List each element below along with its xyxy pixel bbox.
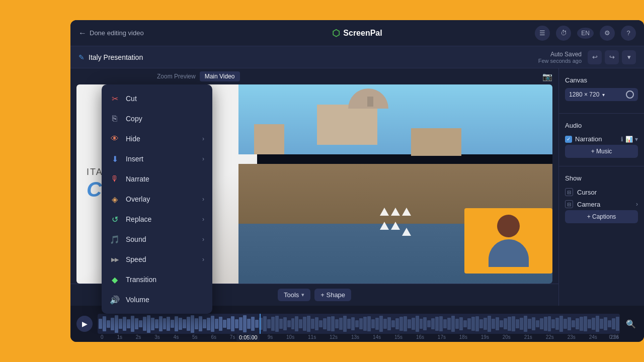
undo-button[interactable]: ↩: [588, 50, 602, 64]
timeline-end-marker: 0:26: [609, 334, 619, 340]
waveform: [98, 314, 620, 334]
waveform-bar: [227, 318, 230, 329]
sky-area: [238, 84, 552, 154]
timeline-marker: 4s: [174, 334, 179, 340]
waveform-bar: [375, 318, 379, 330]
waveform-bar: [243, 315, 247, 332]
narration-label: Narration: [575, 135, 602, 143]
tools-dropdown-icon: ▾: [301, 292, 304, 298]
waveform-bar: [103, 316, 106, 331]
info-icon[interactable]: ℹ: [621, 136, 623, 143]
menu-item-copy[interactable]: ⎘ Copy: [102, 109, 212, 129]
play-button[interactable]: ▶: [76, 316, 93, 332]
timeline-marker: 11s: [308, 334, 316, 340]
menu-item-sound[interactable]: 🎵 Sound ›: [102, 229, 212, 249]
timeline-marker: 13s: [351, 334, 359, 340]
waveform-bar: [423, 317, 427, 330]
volume-icon: 🔊: [110, 295, 120, 305]
waveform-bar: [255, 320, 259, 328]
waveform-bar: [283, 317, 287, 330]
auto-saved-time: Few seconds ago: [538, 58, 582, 64]
narrate-label: Narrate: [126, 175, 149, 183]
captions-button[interactable]: + Captions: [565, 210, 638, 223]
timeline-search-button[interactable]: 🔍: [624, 317, 638, 331]
menu-item-hide[interactable]: 👁 Hide ›: [102, 129, 212, 149]
waveform-bar: [151, 318, 154, 330]
help-icon-button[interactable]: ?: [621, 26, 636, 41]
menu-item-overlay[interactable]: ◈ Overlay ›: [102, 189, 212, 209]
waveform-bar: [267, 319, 271, 328]
triangle-3: [402, 208, 411, 216]
insert-arrow-icon: ›: [202, 155, 204, 162]
show-section: Show ⊟ Cursor ⊟ Camera › + Captions: [565, 174, 638, 223]
clock-icon-button[interactable]: ⏱: [556, 26, 571, 41]
waveform-bar: [588, 319, 591, 328]
waveform-bar: [532, 317, 535, 330]
waveform-bar: [263, 316, 267, 331]
menu-item-replace[interactable]: ↺ Replace ›: [102, 209, 212, 229]
replace-icon: ↺: [110, 214, 120, 224]
triangle-5: [391, 222, 400, 230]
menu-item-cut[interactable]: ✂ Cut: [102, 88, 212, 109]
narration-expand-icon[interactable]: ▾: [635, 136, 638, 143]
waveform-bar: [359, 318, 363, 329]
language-button[interactable]: EN: [577, 28, 594, 39]
menu-item-speed[interactable]: ▶▶ Speed ›: [102, 249, 212, 269]
timeline-marker: 8s: [249, 334, 254, 340]
waveform-bar: [351, 317, 355, 330]
waveform-bar: [299, 319, 302, 328]
app-window: ← Done editing video ⬡ ScreenPal ☰ ⏱ EN …: [70, 20, 644, 342]
sound-label: Sound: [126, 235, 146, 243]
waveform-bar: [616, 317, 619, 331]
waveform-bar: [363, 317, 367, 331]
camera-expand-icon[interactable]: ›: [636, 201, 638, 208]
waveform-bar: [508, 317, 511, 331]
playhead[interactable]: [260, 314, 261, 334]
timeline-marker: 12s: [330, 334, 338, 340]
timeline-marker: 5s: [192, 334, 198, 340]
narration-checkbox[interactable]: ✓: [565, 136, 572, 143]
top-right-icons: ☰ ⏱ EN ⚙ ?: [535, 26, 636, 41]
timeline-track[interactable]: [98, 314, 620, 334]
file-icon: ✎: [78, 53, 85, 61]
waveform-bar: [455, 319, 459, 329]
waveform-bar: [115, 315, 118, 333]
list-icon-button[interactable]: ☰: [535, 26, 550, 41]
waveform-bar: [420, 319, 423, 329]
screenpal-logo-icon: ⬡: [332, 28, 340, 39]
timeline-marker: 3s: [154, 334, 160, 340]
shape-button[interactable]: + Shape: [314, 289, 351, 301]
triangle-2: [391, 208, 400, 216]
overlay-icon: ◈: [110, 194, 120, 204]
music-button[interactable]: + Music: [565, 145, 638, 158]
waveform-bar: [520, 318, 523, 330]
waveform-bar: [131, 316, 134, 332]
expand-button[interactable]: ▾: [622, 50, 636, 64]
waveform-bar: [383, 319, 387, 329]
settings-icon-button[interactable]: ⚙: [600, 26, 615, 41]
overlay-arrow-icon: ›: [202, 196, 204, 203]
building-base: [317, 105, 377, 145]
menu-item-narrate[interactable]: 🎙 Narrate: [102, 169, 212, 189]
waveform-bar: [347, 319, 351, 329]
menu-item-insert[interactable]: ⬇ Insert ›: [102, 149, 212, 169]
redo-button[interactable]: ↪: [605, 50, 619, 64]
timeline-marker: 6s: [211, 334, 216, 340]
menu-item-volume[interactable]: 🔊 Volume: [102, 290, 212, 306]
file-name[interactable]: Italy Presentation: [89, 53, 143, 61]
camera-icon[interactable]: 📷: [542, 72, 552, 81]
hide-icon: 👁: [110, 134, 120, 144]
waveform-bar: [416, 316, 419, 332]
waveform-bar: [431, 318, 435, 329]
insert-label: Insert: [126, 155, 143, 163]
waveform-bar: [463, 320, 467, 327]
waveform-bar: [459, 317, 463, 330]
overlay-label: Overlay: [126, 195, 150, 203]
waveform-bar: [435, 317, 439, 331]
canvas-size-select[interactable]: 644 × 362 ▾: [565, 88, 638, 101]
tools-button[interactable]: Tools ▾: [278, 289, 310, 301]
timeline-marker: 7s: [230, 334, 235, 340]
back-button[interactable]: ← Done editing video: [78, 29, 144, 38]
waveform-icon[interactable]: 📊: [625, 136, 633, 143]
menu-item-transition[interactable]: ◆ Transition: [102, 269, 212, 290]
